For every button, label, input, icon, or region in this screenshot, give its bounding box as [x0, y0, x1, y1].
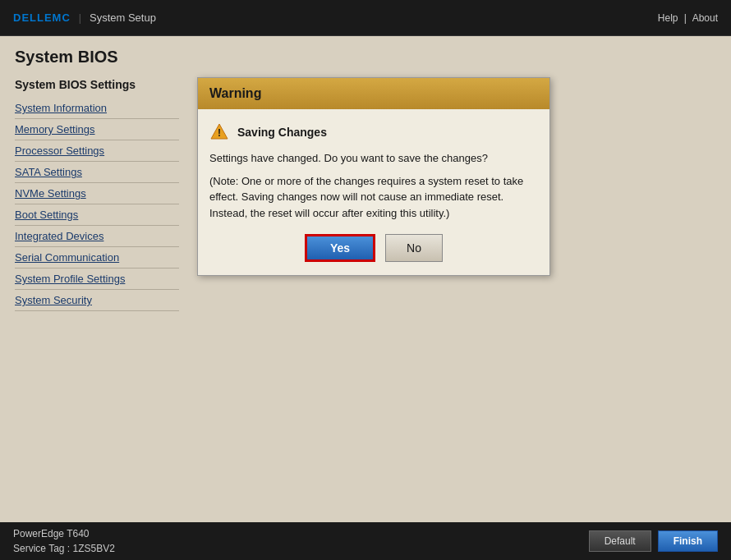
top-bar-separator: |: [79, 12, 81, 24]
dialog-title-row: ! Saving Changes: [209, 122, 538, 142]
sidebar-item-system-information[interactable]: System Information: [15, 98, 179, 119]
top-bar-pipe: |: [684, 12, 687, 24]
top-bar-left: DELLEMC | System Setup: [13, 11, 156, 24]
service-tag-label: Service Tag : 1ZS5BV2: [13, 541, 115, 556]
sidebar-item-boot-settings[interactable]: Boot Settings: [15, 204, 179, 226]
bottom-buttons: Default Finish: [589, 530, 718, 552]
sidebar: System BIOS Settings System Information …: [15, 78, 179, 311]
about-link[interactable]: About: [692, 12, 718, 24]
dialog-body: ! Saving Changes Settings have changed. …: [198, 109, 549, 275]
default-button[interactable]: Default: [589, 530, 651, 552]
dialog-note: (Note: One or more of the changes requir…: [209, 173, 538, 222]
dialog-text: Settings have changed. Do you want to sa…: [209, 150, 538, 167]
sidebar-item-system-security[interactable]: System Security: [15, 290, 179, 311]
dell-logo: DELLEMC: [13, 11, 71, 24]
dialog-subtitle: Saving Changes: [237, 126, 327, 139]
help-link[interactable]: Help: [658, 12, 678, 24]
no-button[interactable]: No: [385, 234, 443, 262]
warning-dialog: Warning ! Saving Changes Settings have c…: [197, 77, 550, 276]
sidebar-item-processor-settings[interactable]: Processor Settings: [15, 140, 179, 162]
svg-text:!: !: [218, 127, 221, 139]
warning-triangle-icon: !: [209, 122, 229, 142]
dialog-header: Warning: [198, 78, 549, 109]
yes-button[interactable]: Yes: [305, 234, 375, 262]
sidebar-item-integrated-devices[interactable]: Integrated Devices: [15, 226, 179, 247]
top-bar-title: System Setup: [90, 11, 156, 24]
main-content: System BIOS System BIOS Settings System …: [0, 36, 731, 522]
dialog-buttons: Yes No: [209, 234, 538, 262]
content-area: System BIOS Settings System Information …: [15, 78, 716, 311]
sidebar-item-sata-settings[interactable]: SATA Settings: [15, 162, 179, 183]
sidebar-section-title: System BIOS Settings: [15, 78, 179, 91]
top-bar-links: Help | About: [658, 12, 718, 24]
sidebar-item-nvme-settings[interactable]: NVMe Settings: [15, 183, 179, 204]
bottom-bar: PowerEdge T640 Service Tag : 1ZS5BV2 Def…: [0, 522, 731, 560]
sidebar-item-serial-communication[interactable]: Serial Communication: [15, 247, 179, 269]
finish-button[interactable]: Finish: [658, 530, 718, 552]
sidebar-item-system-profile-settings[interactable]: System Profile Settings: [15, 269, 179, 290]
model-label: PowerEdge T640: [13, 526, 115, 541]
page-heading: System BIOS: [15, 48, 716, 67]
sidebar-item-memory-settings[interactable]: Memory Settings: [15, 119, 179, 140]
bottom-info: PowerEdge T640 Service Tag : 1ZS5BV2: [13, 526, 115, 556]
top-bar: DELLEMC | System Setup Help | About: [0, 0, 731, 36]
